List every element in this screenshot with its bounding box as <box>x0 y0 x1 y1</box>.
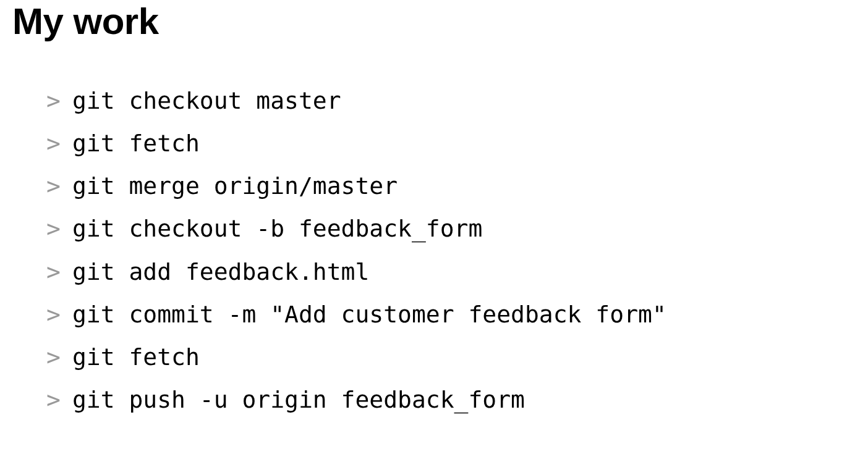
prompt-symbol: > <box>46 165 61 208</box>
command-line: > git commit -m "Add customer feedback f… <box>46 293 856 336</box>
code-block: > git checkout master > git fetch > git … <box>12 80 856 421</box>
prompt-symbol: > <box>46 251 61 293</box>
command-line: > git checkout master <box>46 80 856 122</box>
command-line: > git add feedback.html <box>46 251 856 293</box>
prompt-symbol: > <box>46 379 61 421</box>
command-line: > git fetch <box>46 122 856 165</box>
prompt-symbol: > <box>46 293 61 336</box>
command-line: > git push -u origin feedback_form <box>46 379 856 421</box>
prompt-symbol: > <box>46 122 61 165</box>
command-text: git fetch <box>72 122 200 165</box>
command-line: > git merge origin/master <box>46 165 856 208</box>
command-text: git merge origin/master <box>72 165 398 208</box>
command-text: git checkout -b feedback_form <box>72 208 482 250</box>
prompt-symbol: > <box>46 80 61 122</box>
command-line: > git fetch <box>46 336 856 379</box>
command-text: git commit -m "Add customer feedback for… <box>72 293 666 336</box>
page-title: My work <box>12 0 856 43</box>
command-text: git checkout master <box>72 80 341 122</box>
command-text: git add feedback.html <box>72 251 369 293</box>
prompt-symbol: > <box>46 208 61 250</box>
command-text: git fetch <box>72 336 200 379</box>
prompt-symbol: > <box>46 336 61 379</box>
command-text: git push -u origin feedback_form <box>72 379 525 421</box>
command-line: > git checkout -b feedback_form <box>46 208 856 250</box>
